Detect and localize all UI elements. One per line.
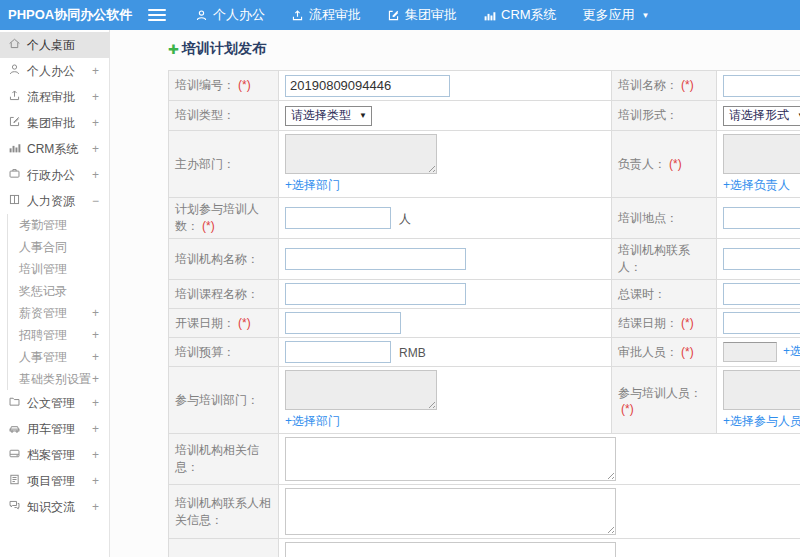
sidebar-item-hr[interactable]: 人力资源 −	[0, 188, 109, 214]
host-dept-box[interactable]	[285, 134, 437, 174]
org-name-input[interactable]	[285, 248, 466, 270]
label-training-type: 培训类型：	[169, 101, 279, 131]
nav-workflow-approval[interactable]: 流程审批	[278, 0, 374, 30]
main-content: ✚ 培训计划发布 培训编号：(*) 培训名称：(*) 培训类型： 请选择类型▼ …	[110, 30, 800, 557]
select-approver-link[interactable]: +选择审批人员	[783, 344, 800, 358]
sidebar-item-project[interactable]: 项目管理 +	[0, 468, 109, 494]
sidebar-subitem-reward-record[interactable]: 奖惩记录	[8, 280, 109, 302]
budget-input[interactable]	[285, 341, 391, 363]
label-planned-count: 计划参与培训人数：(*)	[169, 198, 279, 239]
chat-icon	[8, 499, 21, 515]
sidebar: 个人桌面 个人办公 + 流程审批 + 集团审批 + CRM系统 + 行政办公 +	[0, 30, 110, 557]
book-icon	[8, 193, 21, 209]
sidebar-item-group-approval[interactable]: 集团审批 +	[0, 110, 109, 136]
label-host-dept: 主办部门：	[169, 131, 279, 198]
planned-count-input[interactable]	[285, 207, 391, 229]
start-date-input[interactable]	[285, 312, 401, 334]
leader-box[interactable]	[723, 134, 800, 174]
nav-personal-office[interactable]: 个人办公	[182, 0, 278, 30]
label-org-name: 培训机构名称：	[169, 239, 279, 280]
org-info-textarea[interactable]	[285, 437, 616, 481]
menu-toggle-icon[interactable]	[148, 9, 166, 21]
sidebar-item-documents[interactable]: 公文管理 +	[0, 390, 109, 416]
select-dept-link[interactable]: +选择部门	[285, 177, 340, 194]
location-input[interactable]	[723, 207, 800, 229]
sidebar-item-knowledge[interactable]: 知识交流 +	[0, 494, 109, 520]
folder-icon	[8, 395, 21, 411]
training-type-select[interactable]: 请选择类型▼	[285, 106, 372, 126]
select-arrow-icon: ▼	[359, 111, 367, 120]
label-org-contact: 培训机构联系人：	[612, 239, 717, 280]
top-bar: PHPOA协同办公软件 个人办公 流程审批 集团审批 CRM系统 更多应用 ▼	[0, 0, 800, 30]
sidebar-subitem-personnel[interactable]: 人事管理+	[8, 346, 109, 368]
join-dept-box[interactable]	[285, 370, 437, 410]
course-name-input[interactable]	[285, 283, 466, 305]
app-logo: PHPOA协同办公软件	[0, 6, 138, 24]
sidebar-item-crm[interactable]: CRM系统 +	[0, 136, 109, 162]
chart-icon	[8, 141, 21, 157]
unit-label: 人	[399, 212, 411, 226]
requirements-textarea[interactable]	[285, 542, 616, 557]
label-budget: 培训预算：	[169, 338, 279, 367]
sidebar-subitem-salary[interactable]: 薪资管理+	[8, 302, 109, 324]
upload-icon	[291, 9, 304, 22]
sidebar-item-personal-office[interactable]: 个人办公 +	[0, 58, 109, 84]
plus-icon: ✚	[168, 42, 179, 57]
resize-handle-icon	[605, 524, 614, 533]
label-org-contact-info: 培训机构联系人相关信息：	[169, 485, 279, 539]
briefcase-icon	[8, 167, 21, 183]
label-training-no: 培训编号：(*)	[169, 71, 279, 101]
label-start-date: 开课日期：(*)	[169, 309, 279, 338]
total-hours-input[interactable]	[723, 283, 800, 305]
label-org-info: 培训机构相关信息：	[169, 434, 279, 485]
sidebar-subitem-base-category[interactable]: 基础类别设置+	[8, 368, 109, 390]
label-requirements: 培训要求：	[169, 539, 279, 557]
hr-submenu: 考勤管理 人事合同 培训管理 奖惩记录 薪资管理+ 招聘管理+ 人事管理+ 基础…	[7, 214, 109, 390]
training-mode-select[interactable]: 请选择形式▼	[723, 106, 800, 126]
label-total-hours: 总课时：	[612, 280, 717, 309]
nav-crm-system[interactable]: CRM系统	[470, 0, 570, 30]
label-training-mode: 培训形式：	[612, 101, 717, 131]
page-title: ✚ 培训计划发布	[168, 40, 800, 58]
select-leader-link[interactable]: +选择负责人	[723, 177, 790, 194]
join-people-box[interactable]	[723, 370, 800, 410]
nav-more-apps[interactable]: 更多应用 ▼	[570, 0, 663, 30]
training-no-input[interactable]	[285, 75, 450, 97]
label-leader: 负责人：(*)	[612, 131, 717, 198]
sidebar-subitem-training[interactable]: 培训管理	[8, 258, 109, 280]
nav-group-approval[interactable]: 集团审批	[374, 0, 470, 30]
resize-handle-icon	[426, 399, 435, 408]
edit-icon	[387, 9, 400, 22]
end-date-input[interactable]	[723, 312, 800, 334]
org-contact-info-textarea[interactable]	[285, 488, 616, 535]
currency-label: RMB	[399, 346, 426, 360]
edit-icon	[8, 115, 21, 131]
training-plan-form: 培训编号：(*) 培训名称：(*) 培训类型： 请选择类型▼ 培训形式： 请选择…	[168, 70, 800, 557]
sidebar-subitem-hr-contract[interactable]: 人事合同	[8, 236, 109, 258]
sidebar-subitem-attendance[interactable]: 考勤管理	[8, 214, 109, 236]
label-location: 培训地点：	[612, 198, 717, 239]
home-icon	[8, 37, 21, 53]
chart-icon	[483, 9, 496, 22]
resize-handle-icon	[605, 470, 614, 479]
training-name-input[interactable]	[723, 75, 800, 97]
label-end-date: 结课日期：(*)	[612, 309, 717, 338]
sidebar-item-admin-office[interactable]: 行政办公 +	[0, 162, 109, 188]
sidebar-item-archive[interactable]: 档案管理 +	[0, 442, 109, 468]
sidebar-item-vehicle[interactable]: 用车管理 +	[0, 416, 109, 442]
label-join-people: 参与培训人员：(*)	[612, 367, 717, 434]
approver-box[interactable]	[723, 342, 777, 362]
archive-icon	[8, 447, 21, 463]
org-contact-input[interactable]	[723, 248, 800, 270]
select-join-people-link[interactable]: +选择参与人员	[723, 413, 800, 430]
project-icon	[8, 473, 21, 489]
sidebar-item-desktop[interactable]: 个人桌面	[0, 32, 109, 58]
caret-down-icon: ▼	[642, 11, 650, 20]
upload-icon	[8, 89, 21, 105]
resize-handle-icon	[426, 163, 435, 172]
car-icon	[8, 421, 21, 437]
label-approver: 审批人员：(*)	[612, 338, 717, 367]
sidebar-subitem-recruit[interactable]: 招聘管理+	[8, 324, 109, 346]
select-join-dept-link[interactable]: +选择部门	[285, 413, 340, 430]
sidebar-item-workflow-approval[interactable]: 流程审批 +	[0, 84, 109, 110]
